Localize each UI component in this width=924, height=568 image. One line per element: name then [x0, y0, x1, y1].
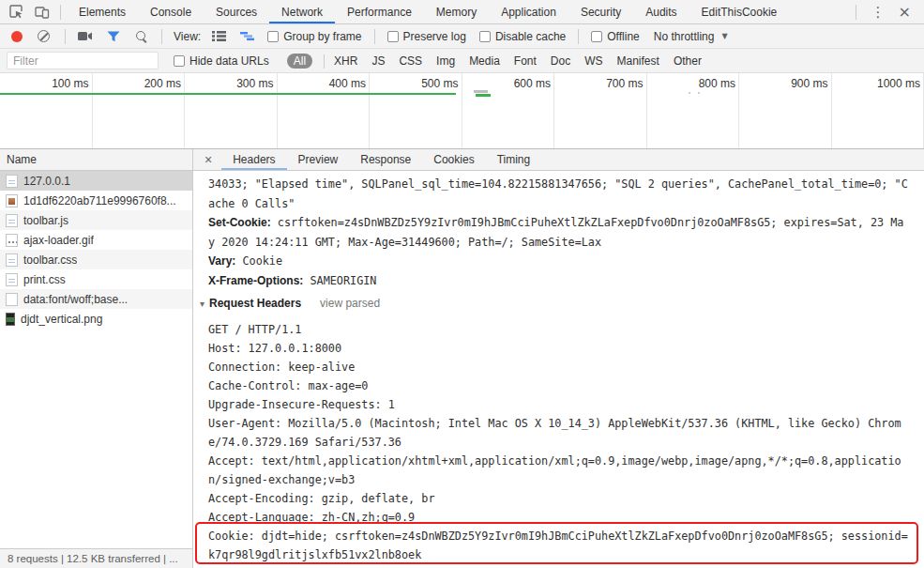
- overview-bar-green: [476, 94, 491, 97]
- kebab-menu-icon[interactable]: ⋮: [862, 4, 895, 21]
- details-tab[interactable]: Response: [349, 149, 422, 170]
- request-row[interactable]: data:font/woff;base...: [0, 289, 192, 309]
- close-devtools-icon[interactable]: ×: [895, 3, 915, 21]
- main-tab[interactable]: Application: [489, 0, 568, 23]
- divider: [578, 29, 579, 44]
- main-tabs: Elements Console Sources Network Perform…: [67, 0, 789, 23]
- time-tick-label: 900 ms: [791, 77, 827, 90]
- close-details-icon[interactable]: ×: [193, 149, 221, 170]
- request-row[interactable]: print.css: [0, 269, 192, 289]
- divider: [856, 5, 856, 20]
- request-header-line: Host: 127.0.0.1:8000: [208, 339, 924, 358]
- main-tab[interactable]: Sources: [204, 0, 269, 23]
- status-bar: 8 requests | 12.5 KB transferred | ...: [0, 548, 192, 568]
- resource-type-filter[interactable]: Manifest: [617, 54, 659, 68]
- header-value: SAMEORIGIN: [303, 274, 376, 287]
- divider: [65, 29, 66, 44]
- resource-icon: [6, 234, 18, 247]
- time-tick-label: 500 ms: [421, 77, 458, 90]
- record-button[interactable]: [11, 31, 23, 42]
- request-name: 127.0.0.1: [23, 175, 70, 188]
- filter-input[interactable]: [7, 52, 159, 69]
- network-toolbar: View: Group by frame Preserve log Disabl…: [0, 24, 924, 49]
- preserve-log-label: Preserve log: [403, 30, 466, 43]
- timeline-column: 700 ms: [554, 73, 647, 148]
- hide-data-urls-checkbox[interactable]: Hide data URLs: [174, 54, 269, 68]
- main-tab-label: Audits: [645, 6, 676, 19]
- main-tab[interactable]: Memory: [424, 0, 489, 23]
- main-tab[interactable]: Performance: [335, 0, 424, 23]
- name-column-header[interactable]: Name: [0, 149, 192, 171]
- resource-type-filter[interactable]: CSS: [399, 54, 422, 68]
- resource-type-filter[interactable]: Font: [514, 54, 537, 68]
- request-header-line: GET / HTTP/1.1: [208, 320, 924, 339]
- view-parsed-link[interactable]: view parsed: [320, 297, 380, 310]
- resource-type-filter[interactable]: All: [287, 54, 312, 69]
- details-tab-label: Timing: [497, 153, 531, 166]
- header-name: Vary:: [208, 254, 235, 268]
- tab-bar-right: ⋮ ×: [850, 0, 924, 23]
- time-tick-label: 300 ms: [236, 77, 273, 90]
- main-tab[interactable]: Console: [138, 0, 204, 23]
- chevron-down-icon: ▼: [721, 32, 727, 40]
- request-name: djdt_vertical.png: [21, 313, 102, 326]
- resource-icon: [6, 175, 18, 188]
- divider: [374, 29, 375, 44]
- overview-waterfall-icon[interactable]: [237, 28, 256, 45]
- header-name: Set-Cookie:: [208, 216, 271, 229]
- search-icon[interactable]: [135, 30, 148, 43]
- details-tab[interactable]: Timing: [486, 149, 542, 170]
- details-tab-bar: × Headers Preview Response Cookies Timin…: [193, 149, 924, 171]
- request-headers-section: ▾ Request Headers view parsed: [200, 292, 924, 315]
- resource-type-filter[interactable]: Other: [674, 54, 702, 68]
- main-tab[interactable]: Network: [269, 0, 335, 23]
- resource-type-filter[interactable]: Doc: [551, 54, 570, 68]
- timeline-column: 600 ms: [462, 73, 555, 148]
- resource-type-filter[interactable]: WS: [584, 54, 602, 68]
- disable-cache-checkbox[interactable]: Disable cache: [479, 30, 566, 43]
- details-tab[interactable]: Preview: [287, 149, 350, 170]
- resource-type-filter[interactable]: JS: [371, 54, 385, 68]
- inspect-element-icon[interactable]: [8, 4, 24, 21]
- checkbox-box: [591, 31, 602, 42]
- request-headers-title[interactable]: Request Headers: [209, 297, 301, 310]
- request-header-line: Accept: text/html,application/xhtml+xml,…: [208, 452, 924, 470]
- resource-type-filter[interactable]: Media: [469, 54, 500, 68]
- request-row[interactable]: toolbar.js: [0, 210, 192, 230]
- request-row[interactable]: toolbar.css: [0, 250, 192, 269]
- resource-type-filter[interactable]: XHR: [334, 54, 357, 68]
- details-tab[interactable]: Headers: [221, 149, 286, 170]
- resource-icon: [6, 253, 18, 267]
- capture-screenshots-icon[interactable]: [76, 28, 95, 45]
- throttling-select[interactable]: No throttling ▼: [654, 30, 728, 43]
- group-by-frame-checkbox[interactable]: Group by frame: [267, 30, 361, 43]
- timeline-green-line: [0, 93, 456, 95]
- disclosure-triangle-icon[interactable]: ▾: [200, 299, 204, 309]
- request-row[interactable]: ajax-loader.gif: [0, 230, 192, 250]
- main-tab[interactable]: Security: [568, 0, 633, 23]
- time-tick-label: 100 ms: [52, 77, 88, 90]
- request-row[interactable]: 127.0.0.1: [0, 171, 192, 191]
- filter-funnel-icon[interactable]: [104, 28, 123, 45]
- resource-type-filter[interactable]: Img: [436, 54, 455, 68]
- main-tab[interactable]: EditThisCookie: [689, 0, 790, 23]
- clear-icon[interactable]: [38, 30, 50, 42]
- main-tab[interactable]: Elements: [67, 0, 138, 23]
- timeline-overview[interactable]: 100 ms 200 ms 300 ms 400 ms 500 ms 600 m…: [0, 73, 924, 149]
- response-header-line: X-Frame-Options: SAMEORIGIN: [208, 271, 924, 291]
- checkbox-box: [174, 55, 185, 67]
- disable-cache-label: Disable cache: [495, 30, 566, 43]
- main-tab[interactable]: Audits: [633, 0, 689, 23]
- requests-panel: Name 127.0.0.1 1d1df6220ab711e9996760f8.…: [0, 149, 193, 568]
- time-tick-label: 200 ms: [144, 77, 181, 90]
- list-view-icon[interactable]: [209, 28, 228, 45]
- header-name: X-Frame-Options:: [208, 274, 303, 287]
- offline-checkbox[interactable]: Offline: [591, 30, 639, 43]
- timeline-columns: 100 ms 200 ms 300 ms 400 ms 500 ms 600 m…: [0, 73, 924, 148]
- preserve-log-checkbox[interactable]: Preserve log: [387, 30, 466, 43]
- request-row[interactable]: djdt_vertical.png: [0, 309, 192, 329]
- checkbox-box: [387, 31, 399, 42]
- request-row[interactable]: 1d1df6220ab711e9996760f8...: [0, 191, 192, 210]
- details-tab[interactable]: Cookies: [422, 149, 485, 170]
- device-toolbar-icon[interactable]: [34, 4, 51, 21]
